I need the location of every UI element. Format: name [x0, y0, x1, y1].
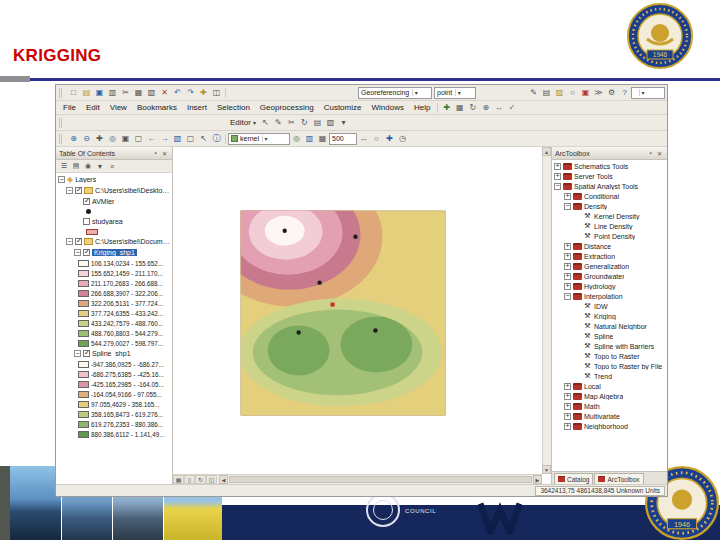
tree-expander[interactable]: [564, 393, 571, 400]
layout-view-icon[interactable]: ▯: [184, 475, 195, 484]
paste-icon[interactable]: ▧: [145, 86, 158, 99]
scale-combo[interactable]: [631, 87, 665, 99]
toc-group-desktop[interactable]: C:\Users\sibel\Desktop\Yogu: [56, 185, 172, 196]
legend-color-chip[interactable]: [78, 411, 89, 418]
zoom-out-icon[interactable]: ⊖: [80, 132, 93, 145]
list-by-source-icon[interactable]: ▤: [70, 161, 82, 172]
scroll-right-icon[interactable]: ▶: [533, 475, 542, 484]
menu-item[interactable]: Geoprocessing: [255, 103, 319, 112]
tree-expander[interactable]: [564, 203, 571, 210]
map-horizontal-scrollbar[interactable]: ▦▯↻◫ ◀ ▶: [173, 474, 542, 484]
scroll-left-icon[interactable]: ◀: [219, 475, 228, 484]
zoom-raster-icon[interactable]: ⊕: [479, 101, 492, 114]
copy-icon[interactable]: ▦: [132, 86, 145, 99]
attributes-icon[interactable]: ▤: [311, 116, 324, 129]
toc-layers-root[interactable]: Layers: [56, 174, 172, 185]
toolbox-schematics-tools[interactable]: Schematics Tools: [552, 161, 667, 171]
close-icon[interactable]: ✕: [160, 149, 169, 158]
toc-options-icon[interactable]: ≡: [106, 161, 118, 172]
edit-tool-icon[interactable]: ↖: [259, 116, 272, 129]
table-of-contents-icon[interactable]: ▤: [540, 86, 553, 99]
tree-expander[interactable]: [66, 187, 73, 194]
undo-icon[interactable]: ↶: [171, 86, 184, 99]
tree-expander[interactable]: [564, 403, 571, 410]
list-by-drawing-order-icon[interactable]: ☰: [58, 161, 70, 172]
measure-icon[interactable]: ↔: [357, 132, 370, 145]
toolset-density[interactable]: Density: [552, 201, 667, 211]
rotate-raster-icon[interactable]: ↻: [466, 101, 479, 114]
toolbar-grip[interactable]: [59, 134, 64, 144]
add-control-points-icon[interactable]: ✚: [440, 101, 453, 114]
menu-item[interactable]: Bookmarks: [132, 103, 182, 112]
legend-color-chip[interactable]: [78, 381, 89, 388]
tree-expander[interactable]: [564, 423, 571, 430]
tree-expander[interactable]: [564, 253, 571, 260]
tree-expander[interactable]: [74, 249, 81, 256]
legend-color-chip[interactable]: [78, 290, 89, 297]
menu-item[interactable]: Help: [409, 103, 435, 112]
toolset-neighborhood[interactable]: Neighborhood: [552, 421, 667, 431]
print-icon[interactable]: ▥: [106, 86, 119, 99]
clear-selection-icon[interactable]: ▢: [184, 132, 197, 145]
legend-color-chip[interactable]: [78, 340, 89, 347]
save-icon[interactable]: ▣: [93, 86, 106, 99]
toc-layer-studyarea[interactable]: studyarea: [56, 216, 172, 227]
legend-color-chip[interactable]: [78, 401, 89, 408]
delete-icon[interactable]: ✕: [158, 86, 171, 99]
toolset-extraction[interactable]: Extraction: [552, 251, 667, 261]
map-vertical-scrollbar[interactable]: ▲ ▼: [542, 147, 551, 474]
back-extent-icon[interactable]: ←: [145, 132, 158, 145]
tool-point-density[interactable]: Point Density: [552, 231, 667, 241]
go-to-xy-icon[interactable]: ✚: [383, 132, 396, 145]
toolset-local[interactable]: Local: [552, 381, 667, 391]
select-elements-icon[interactable]: ↖: [197, 132, 210, 145]
fixed-zoom-out-icon[interactable]: ▢: [132, 132, 145, 145]
tree-expander[interactable]: [554, 163, 561, 170]
tree-expander[interactable]: [554, 183, 561, 190]
point-symbol[interactable]: [86, 209, 91, 214]
toolbar-grip[interactable]: [59, 118, 64, 128]
toc-layer-spline[interactable]: Spline_shp1: [56, 348, 172, 359]
tree-expander[interactable]: [554, 173, 561, 180]
legend-color-chip[interactable]: [78, 371, 89, 378]
tree-expander[interactable]: [66, 238, 73, 245]
toolset-math[interactable]: Math: [552, 401, 667, 411]
legend-color-chip[interactable]: [78, 421, 89, 428]
add-data-icon[interactable]: ✚: [197, 86, 210, 99]
tree-expander[interactable]: [564, 293, 571, 300]
legend-color-chip[interactable]: [78, 270, 89, 277]
polygon-symbol[interactable]: [86, 229, 98, 235]
link-table-icon[interactable]: ▦: [453, 101, 466, 114]
tool-topo-to-raster[interactable]: Topo to Raster: [552, 351, 667, 361]
full-extent-icon[interactable]: ◎: [106, 132, 119, 145]
cell-size-input[interactable]: 500: [329, 133, 357, 145]
tree-expander[interactable]: [564, 413, 571, 420]
zoom-in-icon[interactable]: ⊕: [67, 132, 80, 145]
toc-layer-avmler[interactable]: AVMler: [56, 196, 172, 207]
find-icon[interactable]: ○: [370, 132, 383, 145]
redo-icon[interactable]: ↷: [184, 86, 197, 99]
legend-color-chip[interactable]: [78, 330, 89, 337]
spatial-analyst-layer-combo[interactable]: kernel: [228, 133, 290, 145]
new-map-icon[interactable]: □: [67, 86, 80, 99]
toolset-conditional[interactable]: Conditional: [552, 191, 667, 201]
tool-kriging[interactable]: Kriging: [552, 311, 667, 321]
tree-expander[interactable]: [564, 193, 571, 200]
tool-natural-neighbor[interactable]: Natural Neighbor: [552, 321, 667, 331]
select-features-icon[interactable]: ▧: [171, 132, 184, 145]
search-icon[interactable]: ○: [566, 86, 579, 99]
legend-color-chip[interactable]: [78, 310, 89, 317]
arctoolbox-window-icon[interactable]: ▣: [579, 86, 592, 99]
tool-spline-with-barriers[interactable]: Spline with Barriers: [552, 341, 667, 351]
cut-icon[interactable]: ✂: [119, 86, 132, 99]
toolbar-grip[interactable]: [59, 88, 64, 98]
model-builder-icon[interactable]: ⚙: [605, 86, 618, 99]
pause-drawing-icon[interactable]: ◫: [206, 475, 217, 484]
pan-icon[interactable]: ✚: [93, 132, 106, 145]
close-icon[interactable]: ✕: [655, 149, 664, 158]
georeferencing-layer-combo[interactable]: point: [434, 87, 476, 99]
layer-checkbox[interactable]: [83, 249, 90, 256]
tool-idw[interactable]: IDW: [552, 301, 667, 311]
toolset-hydrology[interactable]: Hydrology: [552, 281, 667, 291]
tree-expander[interactable]: [564, 263, 571, 270]
